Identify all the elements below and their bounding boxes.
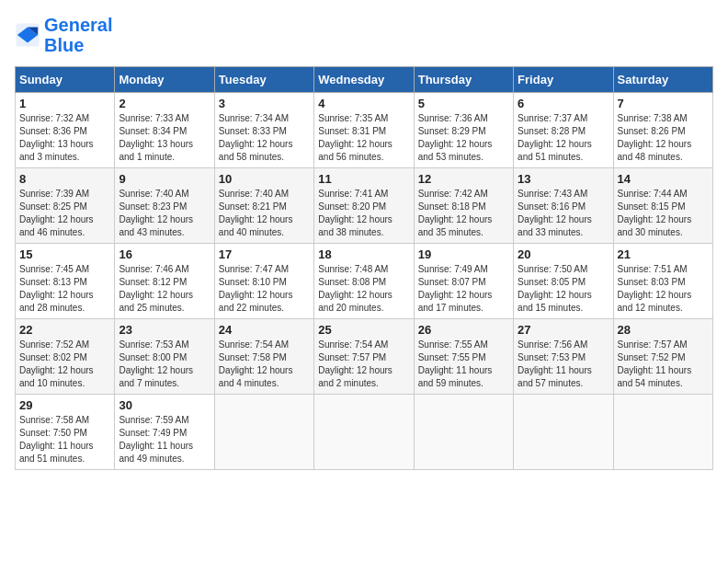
day-number: 23 <box>119 323 210 337</box>
day-number: 27 <box>518 323 609 337</box>
day-info: Sunrise: 7:50 AMSunset: 8:05 PMDaylight:… <box>518 263 609 315</box>
calendar-cell: 29Sunrise: 7:58 AMSunset: 7:50 PMDayligh… <box>16 395 115 470</box>
day-number: 20 <box>518 247 609 261</box>
day-info: Sunrise: 7:40 AMSunset: 8:21 PMDaylight:… <box>219 188 310 239</box>
day-header-monday: Monday <box>115 67 214 93</box>
calendar-cell: 4Sunrise: 7:35 AMSunset: 8:31 PMDaylight… <box>314 93 414 168</box>
calendar-cell <box>214 395 313 470</box>
day-number: 15 <box>19 247 110 261</box>
day-info: Sunrise: 7:57 AMSunset: 7:52 PMDaylight:… <box>618 339 709 390</box>
calendar-cell: 24Sunrise: 7:54 AMSunset: 7:58 PMDayligh… <box>214 319 313 395</box>
day-info: Sunrise: 7:40 AMSunset: 8:23 PMDaylight:… <box>119 188 210 239</box>
logo-text: General Blue <box>44 15 112 55</box>
day-info: Sunrise: 7:33 AMSunset: 8:34 PMDaylight:… <box>119 112 210 164</box>
day-number: 12 <box>418 172 509 186</box>
day-number: 1 <box>19 97 110 110</box>
day-header-friday: Friday <box>514 67 613 93</box>
day-info: Sunrise: 7:43 AMSunset: 8:16 PMDaylight:… <box>518 188 609 239</box>
day-number: 10 <box>219 172 310 186</box>
calendar-cell: 27Sunrise: 7:56 AMSunset: 7:53 PMDayligh… <box>514 319 613 395</box>
day-number: 13 <box>518 172 609 186</box>
calendar-cell: 30Sunrise: 7:59 AMSunset: 7:49 PMDayligh… <box>115 395 214 470</box>
calendar-week-row: 1Sunrise: 7:32 AMSunset: 8:36 PMDaylight… <box>16 93 713 168</box>
calendar-cell: 11Sunrise: 7:41 AMSunset: 8:20 PMDayligh… <box>314 168 414 244</box>
day-number: 26 <box>418 323 509 337</box>
day-info: Sunrise: 7:39 AMSunset: 8:25 PMDaylight:… <box>19 188 110 239</box>
day-info: Sunrise: 7:44 AMSunset: 8:15 PMDaylight:… <box>618 188 709 239</box>
day-info: Sunrise: 7:37 AMSunset: 8:28 PMDaylight:… <box>518 112 609 164</box>
calendar-cell <box>314 395 414 470</box>
day-header-tuesday: Tuesday <box>214 67 313 93</box>
calendar-cell: 17Sunrise: 7:47 AMSunset: 8:10 PMDayligh… <box>214 244 313 319</box>
day-info: Sunrise: 7:47 AMSunset: 8:10 PMDaylight:… <box>219 263 310 315</box>
day-info: Sunrise: 7:48 AMSunset: 8:08 PMDaylight:… <box>318 263 409 315</box>
calendar-cell: 26Sunrise: 7:55 AMSunset: 7:55 PMDayligh… <box>414 319 513 395</box>
day-number: 17 <box>219 247 310 261</box>
calendar-cell: 7Sunrise: 7:38 AMSunset: 8:26 PMDaylight… <box>613 93 712 168</box>
calendar-cell: 14Sunrise: 7:44 AMSunset: 8:15 PMDayligh… <box>613 168 712 244</box>
day-info: Sunrise: 7:32 AMSunset: 8:36 PMDaylight:… <box>19 112 110 164</box>
calendar-cell: 6Sunrise: 7:37 AMSunset: 8:28 PMDaylight… <box>514 93 613 168</box>
calendar-cell <box>613 395 712 470</box>
calendar-cell: 8Sunrise: 7:39 AMSunset: 8:25 PMDaylight… <box>16 168 115 244</box>
day-info: Sunrise: 7:34 AMSunset: 8:33 PMDaylight:… <box>219 112 310 164</box>
calendar-cell: 13Sunrise: 7:43 AMSunset: 8:16 PMDayligh… <box>514 168 613 244</box>
day-number: 16 <box>119 247 210 261</box>
day-header-wednesday: Wednesday <box>314 67 414 93</box>
day-number: 21 <box>618 247 709 261</box>
day-number: 14 <box>618 172 709 186</box>
calendar-cell <box>414 395 513 470</box>
day-number: 2 <box>119 97 210 110</box>
calendar-cell: 3Sunrise: 7:34 AMSunset: 8:33 PMDaylight… <box>214 93 313 168</box>
day-info: Sunrise: 7:55 AMSunset: 7:55 PMDaylight:… <box>418 339 509 390</box>
day-number: 5 <box>418 97 509 110</box>
calendar-cell: 20Sunrise: 7:50 AMSunset: 8:05 PMDayligh… <box>514 244 613 319</box>
calendar-week-row: 15Sunrise: 7:45 AMSunset: 8:13 PMDayligh… <box>16 244 713 319</box>
day-number: 8 <box>19 172 110 186</box>
day-number: 18 <box>318 247 409 261</box>
calendar-week-row: 29Sunrise: 7:58 AMSunset: 7:50 PMDayligh… <box>16 395 713 470</box>
day-header-sunday: Sunday <box>16 67 115 93</box>
day-info: Sunrise: 7:46 AMSunset: 8:12 PMDaylight:… <box>119 263 210 315</box>
calendar-cell: 18Sunrise: 7:48 AMSunset: 8:08 PMDayligh… <box>314 244 414 319</box>
calendar-cell: 9Sunrise: 7:40 AMSunset: 8:23 PMDaylight… <box>115 168 214 244</box>
day-number: 29 <box>19 398 110 412</box>
day-number: 30 <box>119 398 210 412</box>
day-number: 19 <box>418 247 509 261</box>
calendar-cell: 10Sunrise: 7:40 AMSunset: 8:21 PMDayligh… <box>214 168 313 244</box>
day-number: 28 <box>618 323 709 337</box>
calendar-cell: 19Sunrise: 7:49 AMSunset: 8:07 PMDayligh… <box>414 244 513 319</box>
day-number: 25 <box>318 323 409 337</box>
day-info: Sunrise: 7:35 AMSunset: 8:31 PMDaylight:… <box>318 112 409 164</box>
calendar-cell: 22Sunrise: 7:52 AMSunset: 8:02 PMDayligh… <box>16 319 115 395</box>
calendar-cell: 1Sunrise: 7:32 AMSunset: 8:36 PMDaylight… <box>16 93 115 168</box>
calendar-week-row: 22Sunrise: 7:52 AMSunset: 8:02 PMDayligh… <box>16 319 713 395</box>
day-info: Sunrise: 7:58 AMSunset: 7:50 PMDaylight:… <box>19 414 110 465</box>
calendar-cell: 23Sunrise: 7:53 AMSunset: 8:00 PMDayligh… <box>115 319 214 395</box>
calendar-cell: 21Sunrise: 7:51 AMSunset: 8:03 PMDayligh… <box>613 244 712 319</box>
calendar-cell: 12Sunrise: 7:42 AMSunset: 8:18 PMDayligh… <box>414 168 513 244</box>
day-number: 9 <box>119 172 210 186</box>
day-number: 6 <box>518 97 609 110</box>
day-info: Sunrise: 7:41 AMSunset: 8:20 PMDaylight:… <box>318 188 409 239</box>
calendar-table: SundayMondayTuesdayWednesdayThursdayFrid… <box>15 66 713 470</box>
day-number: 3 <box>219 97 310 110</box>
day-info: Sunrise: 7:59 AMSunset: 7:49 PMDaylight:… <box>119 414 210 465</box>
day-info: Sunrise: 7:54 AMSunset: 7:57 PMDaylight:… <box>318 339 409 390</box>
day-header-thursday: Thursday <box>414 67 513 93</box>
day-info: Sunrise: 7:42 AMSunset: 8:18 PMDaylight:… <box>418 188 509 239</box>
day-number: 24 <box>219 323 310 337</box>
day-info: Sunrise: 7:49 AMSunset: 8:07 PMDaylight:… <box>418 263 509 315</box>
logo: General Blue <box>15 15 112 55</box>
calendar-cell: 28Sunrise: 7:57 AMSunset: 7:52 PMDayligh… <box>613 319 712 395</box>
calendar-cell: 2Sunrise: 7:33 AMSunset: 8:34 PMDaylight… <box>115 93 214 168</box>
day-info: Sunrise: 7:36 AMSunset: 8:29 PMDaylight:… <box>418 112 509 164</box>
day-info: Sunrise: 7:51 AMSunset: 8:03 PMDaylight:… <box>618 263 709 315</box>
logo-icon <box>15 22 40 48</box>
day-number: 22 <box>19 323 110 337</box>
calendar-header-row: SundayMondayTuesdayWednesdayThursdayFrid… <box>16 67 713 93</box>
calendar-cell: 15Sunrise: 7:45 AMSunset: 8:13 PMDayligh… <box>16 244 115 319</box>
calendar-cell: 16Sunrise: 7:46 AMSunset: 8:12 PMDayligh… <box>115 244 214 319</box>
day-info: Sunrise: 7:45 AMSunset: 8:13 PMDaylight:… <box>19 263 110 315</box>
calendar-cell: 25Sunrise: 7:54 AMSunset: 7:57 PMDayligh… <box>314 319 414 395</box>
